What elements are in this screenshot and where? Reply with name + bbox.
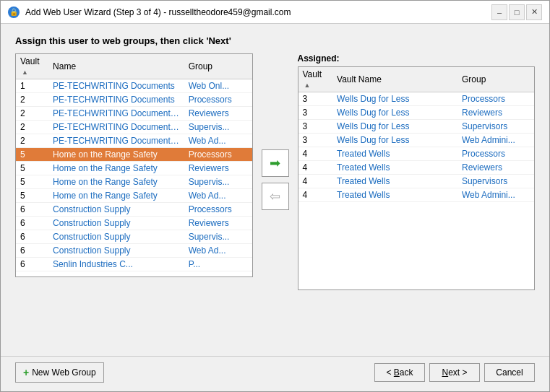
table-row[interactable]: 6Construction SupplyWeb Ad... <box>16 244 252 258</box>
vault-name-cell: Treated Wells <box>332 147 457 161</box>
left-vault-col-header[interactable]: Vault ▲ <box>16 54 48 79</box>
group-cell: Web Admini... <box>457 188 534 202</box>
add-to-assigned-button[interactable]: ➡ <box>262 149 289 177</box>
vault-cell: 3 <box>298 134 333 147</box>
table-row[interactable]: 3Wells Dug for LessWeb Admini... <box>298 134 535 147</box>
group-cell: Processors <box>184 93 252 107</box>
table-row[interactable]: 5Home on the Range SafetyProcessors <box>16 148 252 162</box>
vault-cell: 4 <box>298 147 333 161</box>
table-row[interactable]: 4Treated WellsWeb Admini... <box>298 188 535 202</box>
vault-name-cell: Wells Dug for Less <box>332 134 457 147</box>
remove-from-assigned-button[interactable]: ⇦ <box>262 183 289 210</box>
vault-cell: 6 <box>16 217 48 230</box>
name-cell: Construction Supply <box>48 230 184 244</box>
group-cell: Web Onl... <box>184 79 252 93</box>
back-button[interactable]: < Back <box>374 363 425 382</box>
vault-cell: 2 <box>16 107 48 121</box>
vault-cell: 5 <box>16 175 48 189</box>
table-row[interactable]: 2PE-TECHWRITING DocumentsProcessors <box>16 93 252 107</box>
assigned-label: Assigned: <box>298 53 536 64</box>
table-row[interactable]: 6Construction SupplyProcessors <box>16 203 252 217</box>
right-vault-name-col-header[interactable]: Vault Name <box>332 67 457 92</box>
group-cell: Processors <box>457 147 534 161</box>
group-cell: Reviewers <box>184 107 252 121</box>
group-cell: Processors <box>184 148 252 162</box>
name-cell: Construction Supply <box>48 244 184 258</box>
name-cell: Home on the Range Safety <box>48 175 184 189</box>
right-group-col-header[interactable]: Group <box>457 67 534 92</box>
panels-container: Vault ▲ Name Group 1PE-TECHWRITING Docum… <box>15 53 535 337</box>
maximize-button[interactable]: □ <box>509 4 525 20</box>
left-name-col-header[interactable]: Name <box>48 54 184 79</box>
table-row[interactable]: 3Wells Dug for LessProcessors <box>298 92 535 106</box>
group-cell: Processors <box>457 92 534 106</box>
table-row[interactable]: 6Construction SupplyReviewers <box>16 217 252 230</box>
group-cell: Supervisors <box>457 120 534 134</box>
group-cell: Web Ad... <box>184 244 252 258</box>
group-cell: Supervis... <box>184 175 252 189</box>
cancel-button[interactable]: Cancel <box>484 363 535 382</box>
name-cell: PE-TECHWRITING Documents ... <box>48 121 184 134</box>
table-row[interactable]: 3Wells Dug for LessReviewers <box>298 106 535 120</box>
table-row[interactable]: 2PE-TECHWRITING Documents ...Reviewers <box>16 107 252 121</box>
table-row[interactable]: 3Wells Dug for LessSupervisors <box>298 120 535 134</box>
table-row[interactable]: 6Senlin Industries C...P... <box>16 258 252 271</box>
available-groups-table: Vault ▲ Name Group 1PE-TECHWRITING Docum… <box>16 54 252 271</box>
vault-cell: 4 <box>298 188 333 202</box>
right-vault-col-header[interactable]: Vault ▲ <box>298 67 333 92</box>
vault-cell: 4 <box>298 175 333 188</box>
vault-name-cell: Treated Wells <box>332 175 457 188</box>
close-button[interactable]: ✕ <box>526 4 542 20</box>
instruction-text: Assign this user to web groups, then cli… <box>15 35 535 46</box>
minimize-button[interactable]: – <box>491 4 507 20</box>
vault-cell: 1 <box>16 79 48 93</box>
table-row[interactable]: 5Home on the Range SafetySupervis... <box>16 175 252 189</box>
table-row[interactable]: 1PE-TECHWRITING DocumentsWeb Onl... <box>16 79 252 93</box>
next-underline: N <box>442 367 448 378</box>
plus-icon: + <box>23 367 29 378</box>
new-web-group-label: New Web Group <box>32 367 95 378</box>
arrow-right-icon: ➡ <box>270 155 280 171</box>
group-cell: P... <box>184 258 252 271</box>
table-row[interactable]: 5Home on the Range SafetyReviewers <box>16 162 252 175</box>
table-row[interactable]: 4Treated WellsReviewers <box>298 161 535 175</box>
vault-cell: 3 <box>298 120 333 134</box>
transfer-buttons: ➡ ⇦ <box>253 68 298 292</box>
title-controls: – □ ✕ <box>491 4 542 20</box>
table-row[interactable]: 6Construction SupplySupervis... <box>16 230 252 244</box>
vault-cell: 2 <box>16 93 48 107</box>
left-group-col-header[interactable]: Group <box>184 54 252 79</box>
table-row[interactable]: 2PE-TECHWRITING Documents ...Supervis... <box>16 121 252 134</box>
available-groups-header: Vault ▲ Name Group <box>16 54 252 79</box>
arrow-left-icon: ⇦ <box>270 188 280 204</box>
group-cell: Reviewers <box>184 217 252 230</box>
group-cell: Supervisors <box>457 175 534 188</box>
vault-cell: 3 <box>298 106 333 120</box>
assigned-groups-table-container[interactable]: Vault ▲ Vault Name Group 3Wells Dug for … <box>298 66 536 290</box>
lock-icon: 🔒 <box>8 6 20 18</box>
cancel-label: Cancel <box>496 367 523 378</box>
vault-sort-icon: ▲ <box>22 69 28 76</box>
vault-cell: 5 <box>16 162 48 175</box>
assigned-groups-header: Vault ▲ Vault Name Group <box>298 67 535 92</box>
group-cell: Web Admini... <box>457 134 534 147</box>
name-cell: Senlin Industries C... <box>48 258 184 271</box>
table-row[interactable]: 4Treated WellsProcessors <box>298 147 535 161</box>
table-row[interactable]: 4Treated WellsSupervisors <box>298 175 535 188</box>
next-button[interactable]: Next > <box>429 363 480 382</box>
content-area: Assign this user to web groups, then cli… <box>1 24 549 349</box>
table-row[interactable]: 5Home on the Range SafetyWeb Ad... <box>16 189 252 203</box>
vault-cell: 3 <box>298 92 333 106</box>
new-web-group-button[interactable]: + New Web Group <box>15 362 104 383</box>
vault-cell: 5 <box>16 148 48 162</box>
vault-name-cell: Treated Wells <box>332 161 457 175</box>
group-cell: Supervis... <box>184 121 252 134</box>
back-underline: B <box>394 367 400 378</box>
name-cell: PE-TECHWRITING Documents <box>48 93 184 107</box>
available-groups-table-container[interactable]: Vault ▲ Name Group 1PE-TECHWRITING Docum… <box>15 53 253 277</box>
navigation-buttons: < Back Next > Cancel <box>374 363 535 382</box>
name-cell: PE-TECHWRITING Documents ... <box>48 107 184 121</box>
vault-cell: 4 <box>298 161 333 175</box>
table-row[interactable]: 2PE-TECHWRITING Documents ...Web Ad... <box>16 134 252 148</box>
title-bar: 🔒 Add Web User Wizard (Step 3 of 4) - ru… <box>1 1 549 24</box>
